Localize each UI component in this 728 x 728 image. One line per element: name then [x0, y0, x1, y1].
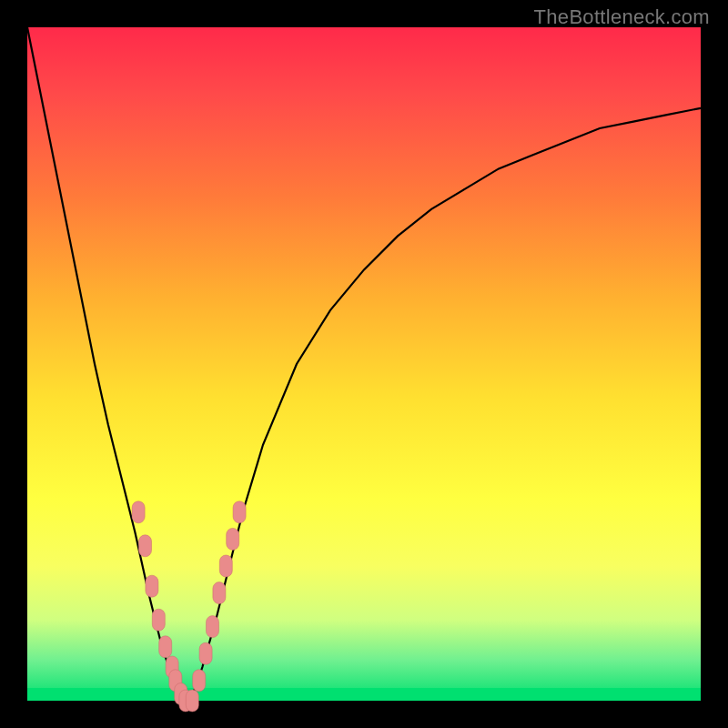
- watermark-text: TheBottleneck.com: [534, 5, 710, 29]
- curve-layer: [27, 27, 701, 701]
- highlight-dot: [199, 642, 212, 664]
- highlight-dot: [146, 575, 158, 597]
- highlight-dot: [132, 501, 145, 523]
- highlight-dot: [193, 670, 206, 692]
- plot-area: [27, 27, 701, 701]
- highlight-dot: [227, 528, 239, 550]
- highlight-dot: [159, 636, 172, 658]
- bottleneck-curve: [27, 27, 701, 701]
- highlight-dots: [132, 501, 246, 712]
- chart-frame: TheBottleneck.com: [0, 0, 728, 728]
- highlight-dot: [139, 535, 152, 557]
- highlight-dot: [152, 609, 165, 631]
- highlight-dot: [219, 555, 232, 577]
- highlight-dot: [207, 616, 219, 638]
- highlight-dot: [186, 690, 198, 712]
- highlight-dot: [233, 501, 246, 523]
- highlight-dot: [213, 582, 226, 604]
